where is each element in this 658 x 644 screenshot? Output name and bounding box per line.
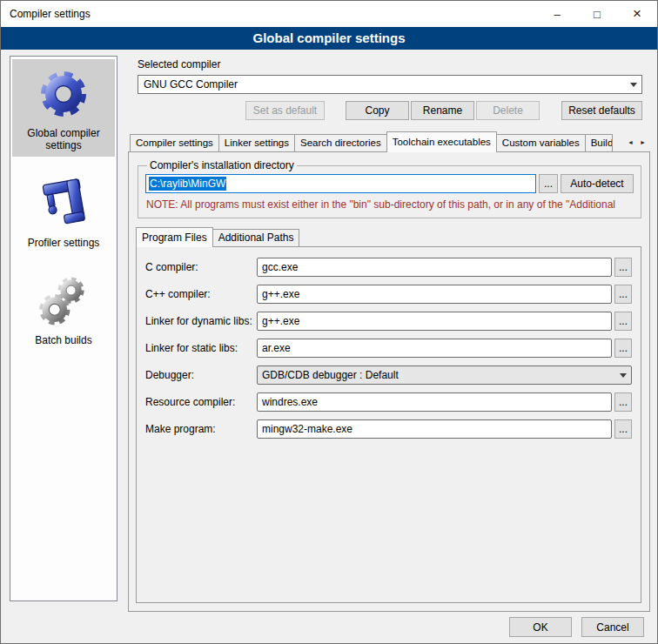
tab-scroll-left-icon[interactable]: ◄ [625, 134, 636, 151]
main-content: Selected compiler GNU GCC Compiler Set a… [128, 53, 650, 612]
tab-build-truncated[interactable]: Build [585, 134, 613, 151]
make-program-label: Make program: [145, 423, 257, 435]
c-compiler-input[interactable] [257, 258, 612, 277]
tab-search-directories[interactable]: Search directories [294, 134, 387, 151]
title-bar: Compiler settings – □ × [1, 1, 657, 27]
debugger-dropdown[interactable]: GDB/CDB debugger : Default [257, 366, 632, 385]
linker-dynamic-browse-button[interactable]: ... [614, 312, 632, 331]
settings-category-sidebar: Global compiler settings [10, 56, 118, 601]
selected-compiler-value: GNU GCC Compiler [144, 78, 625, 91]
rename-button[interactable]: Rename [411, 101, 474, 120]
sub-tab-strip: Program Files Additional Paths [136, 227, 649, 246]
installation-directory-value: C:\raylib\MinGW [149, 177, 226, 191]
make-program-input[interactable] [257, 419, 612, 439]
directory-browse-button[interactable]: ... [539, 174, 558, 193]
tab-scroll-controls: ◄ ► [625, 134, 648, 151]
bin-subdirectory-note: NOTE: All programs must exist either in … [146, 198, 632, 211]
profiler-clamp-icon [36, 176, 91, 231]
auto-detect-button[interactable]: Auto-detect [561, 174, 634, 193]
delete-button[interactable]: Delete [476, 101, 540, 120]
compiler-action-buttons: Set as default Copy Rename Delete Reset … [138, 101, 642, 120]
sidebar-item-label: Global compiler settings [12, 127, 115, 151]
maximize-icon[interactable]: □ [577, 1, 617, 27]
c-compiler-browse-button[interactable]: ... [614, 258, 632, 277]
toolchain-executables-page: Compiler's installation directory C:\ray… [128, 151, 650, 612]
dialog-footer: OK Cancel [509, 617, 644, 637]
compiler-settings-window: Compiler settings – □ × Global compiler … [0, 0, 658, 644]
make-program-browse-button[interactable]: ... [614, 419, 632, 439]
cancel-button[interactable]: Cancel [581, 617, 644, 637]
tab-scroll-right-icon[interactable]: ► [637, 134, 648, 151]
sidebar-item-batch-builds[interactable]: Batch builds [12, 266, 115, 352]
tab-compiler-settings[interactable]: Compiler settings [130, 134, 219, 151]
chevron-down-icon[interactable] [614, 366, 631, 384]
sidebar-item-label: Batch builds [35, 334, 91, 346]
tab-linker-settings[interactable]: Linker settings [218, 134, 295, 151]
c-compiler-label: C compiler: [145, 261, 257, 273]
gears-gray-icon [36, 273, 91, 329]
tab-custom-variables[interactable]: Custom variables [496, 134, 586, 151]
set-as-default-button[interactable]: Set as default [245, 101, 325, 120]
selected-compiler-label: Selected compiler [138, 58, 650, 71]
tab-strip: Compiler settings Linker settings Search… [128, 131, 650, 151]
installation-directory-label: Compiler's installation directory [147, 159, 297, 171]
installation-directory-group: Compiler's installation directory C:\ray… [138, 159, 641, 218]
sidebar-item-global-compiler-settings[interactable]: Global compiler settings [12, 59, 115, 157]
installation-directory-input[interactable]: C:\raylib\MinGW [145, 174, 536, 193]
close-icon[interactable]: × [617, 1, 657, 27]
page-title: Global compiler settings [1, 27, 657, 50]
tab-toolchain-executables[interactable]: Toolchain executables [386, 131, 497, 152]
sidebar-item-label: Profiler settings [28, 237, 100, 249]
debugger-value: GDB/CDB debugger : Default [262, 369, 614, 381]
window-title: Compiler settings [1, 8, 537, 20]
minimize-icon[interactable]: – [537, 1, 577, 27]
ok-button[interactable]: OK [509, 617, 572, 637]
linker-static-browse-button[interactable]: ... [614, 339, 632, 358]
cpp-compiler-browse-button[interactable]: ... [614, 285, 632, 304]
reset-defaults-button[interactable]: Reset defaults [561, 101, 642, 120]
selected-compiler-combobox[interactable]: GNU GCC Compiler [138, 75, 642, 94]
debugger-label: Debugger: [145, 369, 257, 381]
cpp-compiler-input[interactable] [257, 285, 612, 304]
program-files-page: C compiler: ... C++ compiler: ... Linker… [136, 246, 641, 603]
linker-static-label: Linker for static libs: [145, 342, 257, 354]
subtab-additional-paths[interactable]: Additional Paths [212, 229, 300, 246]
sidebar-item-profiler-settings[interactable]: Profiler settings [12, 169, 115, 254]
linker-static-input[interactable] [257, 339, 612, 358]
copy-button[interactable]: Copy [346, 101, 409, 120]
cpp-compiler-label: C++ compiler: [145, 288, 257, 300]
subtab-program-files[interactable]: Program Files [136, 227, 213, 247]
linker-dynamic-input[interactable] [257, 312, 612, 331]
chevron-down-icon[interactable] [625, 76, 641, 93]
gear-blue-icon [36, 66, 91, 122]
resource-compiler-browse-button[interactable]: ... [614, 392, 632, 412]
resource-compiler-input[interactable] [257, 392, 612, 412]
linker-dynamic-label: Linker for dynamic libs: [145, 315, 257, 327]
resource-compiler-label: Resource compiler: [145, 396, 257, 408]
